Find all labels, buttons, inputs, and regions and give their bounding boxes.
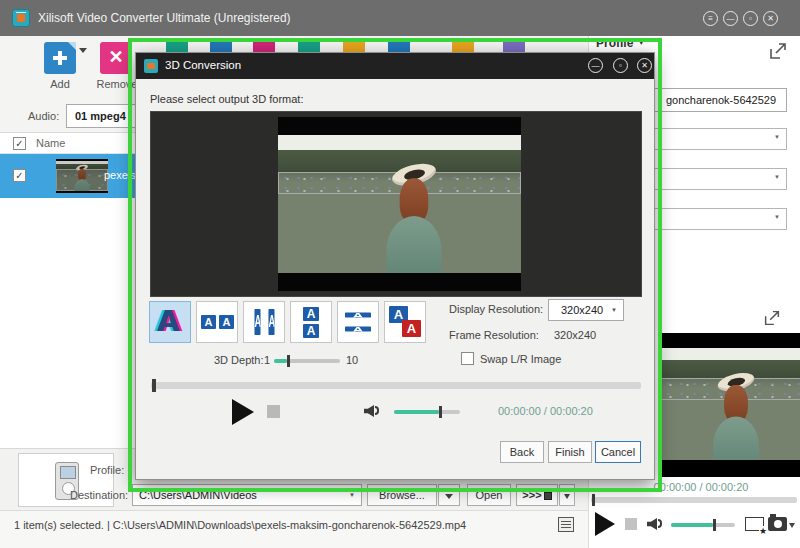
toolbar-icon-top	[503, 40, 525, 52]
dialog-close-button[interactable]: ✕	[637, 58, 652, 73]
dialog-title: 3D Conversion	[165, 59, 241, 71]
back-button[interactable]: Back	[500, 441, 544, 463]
name-column-header[interactable]: Name	[36, 137, 65, 149]
preview-scene	[661, 348, 800, 460]
dialog-time: 00:00:00 / 00:00:20	[498, 405, 593, 417]
minimize-button[interactable]: —	[723, 11, 738, 26]
dialog-maximize-button[interactable]: ▫	[613, 58, 628, 73]
preview-seek-thumb[interactable]	[592, 494, 595, 506]
depth-slider[interactable]	[274, 359, 340, 363]
convert-caret-button[interactable]	[559, 484, 575, 506]
depth-label: 3D Depth:	[214, 354, 264, 366]
dialog-mute-icon[interactable]	[364, 405, 374, 417]
open-button[interactable]: Open	[467, 484, 511, 506]
destination-label: Destination:	[70, 489, 128, 501]
dialog-volume-slider[interactable]	[394, 410, 460, 414]
format-top-bottom-full-button[interactable]	[337, 301, 379, 343]
toolbar-icon-top	[343, 40, 365, 52]
format-side-by-side-half-button[interactable]	[196, 301, 238, 343]
maximize-button[interactable]: ▫	[743, 11, 758, 26]
video-frame	[278, 117, 521, 291]
dialog-play-button[interactable]	[232, 399, 254, 425]
file-thumbnail	[56, 159, 108, 193]
depth-slider-thumb[interactable]	[287, 355, 290, 367]
finish-button[interactable]: Finish	[548, 441, 592, 463]
display-resolution-value: 320x240	[561, 304, 603, 316]
preview-stop-button[interactable]	[625, 518, 637, 530]
preview-speaker-wave	[658, 519, 662, 528]
display-resolution-label: Display Resolution:	[449, 303, 543, 315]
dialog-seekbar[interactable]	[151, 382, 641, 389]
expand-preview-icon[interactable]	[762, 308, 784, 330]
preview-seekbar[interactable]	[591, 497, 797, 503]
snapshot-caret-icon[interactable]	[789, 523, 795, 528]
snapshot-camera-icon[interactable]	[768, 517, 787, 531]
profile-dropdown-label[interactable]: Profile	[596, 36, 644, 50]
app-titlebar: Xilisoft Video Converter Ultimate (Unreg…	[0, 0, 800, 36]
app-window: Xilisoft Video Converter Ultimate (Unreg…	[0, 0, 800, 548]
select-all-checkbox[interactable]: ✓	[13, 137, 26, 150]
profile-label: Profile:	[90, 464, 124, 476]
dialog-titlebar: 3D Conversion — ▫ ✕	[136, 53, 654, 79]
remove-button-label[interactable]: Remove	[94, 78, 140, 90]
format-side-by-side-full-button[interactable]	[243, 301, 285, 343]
status-text: 1 item(s) selected. | C:\Users\ADMIN\Dow…	[14, 519, 466, 531]
toolbar-icon-top	[210, 40, 232, 52]
toolbar-icon-top	[388, 40, 410, 52]
format-top-bottom-half-button[interactable]	[290, 301, 332, 343]
preview-volume-thumb[interactable]	[713, 519, 716, 531]
depth-max: 10	[346, 354, 358, 366]
dialog-stop-button[interactable]	[267, 405, 280, 418]
status-bar: 1 item(s) selected. | C:\Users\ADMIN\Dow…	[0, 510, 588, 548]
add-button-label[interactable]: Add	[44, 78, 76, 90]
audio-label: Audio:	[28, 110, 59, 122]
destination-value: C:\Users\ADMIN\Videos	[139, 489, 257, 501]
dialog-seek-thumb[interactable]	[152, 379, 156, 392]
convert-device-icon	[544, 492, 552, 500]
3d-conversion-dialog: 3D Conversion — ▫ ✕ Please select output…	[135, 52, 655, 480]
remove-icon[interactable]: ✕	[100, 42, 132, 74]
app-icon	[12, 9, 30, 27]
toolbar-icon-top	[452, 40, 474, 52]
display-resolution-select[interactable]: 320x240	[548, 299, 624, 321]
format-anaglyph-button[interactable]: A A A	[149, 301, 191, 343]
dialog-preview-area	[150, 111, 642, 297]
menu-icon[interactable]: ≡	[703, 11, 718, 26]
preview-mute-icon[interactable]	[647, 518, 657, 530]
dialog-speaker-wave	[375, 406, 379, 415]
browse-button[interactable]: Browse...	[367, 484, 437, 506]
frame-resolution-value: 320x240	[554, 329, 596, 341]
queue-list-icon[interactable]	[558, 517, 574, 532]
dialog-prompt: Please select output 3D format:	[150, 93, 303, 105]
format-anaglyph-half-button[interactable]	[384, 301, 426, 343]
dialog-icon	[144, 59, 158, 73]
output-preview	[661, 333, 800, 477]
add-frame-icon[interactable]	[745, 517, 764, 531]
swap-label: Swap L/R Image	[480, 353, 561, 365]
add-fold-decoration	[68, 42, 76, 50]
toolbar-icon-top	[166, 40, 188, 52]
add-caret-icon[interactable]	[79, 48, 87, 53]
row-checkbox[interactable]: ✓	[13, 169, 26, 182]
convert-button[interactable]: >>>	[516, 484, 558, 506]
depth-min: 1	[264, 354, 270, 366]
dialog-volume-thumb[interactable]	[439, 406, 442, 418]
cancel-button[interactable]: Cancel	[595, 441, 641, 463]
app-title: Xilisoft Video Converter Ultimate (Unreg…	[38, 11, 291, 25]
browse-caret-button[interactable]	[438, 484, 460, 506]
expand-icon[interactable]	[767, 40, 789, 62]
dialog-minimize-button[interactable]: —	[588, 58, 603, 73]
toolbar-icon-top	[298, 40, 320, 52]
preview-play-button[interactable]	[595, 512, 615, 536]
destination-select[interactable]: C:\Users\ADMIN\Videos	[132, 484, 362, 506]
preview-volume-slider[interactable]	[671, 523, 735, 527]
toolbar-icon-top	[253, 40, 275, 52]
close-button[interactable]: ✕	[763, 11, 778, 26]
swap-checkbox[interactable]	[461, 352, 474, 365]
frame-resolution-label: Frame Resolution:	[449, 329, 539, 341]
preview-time: 00:00:00 / 00:00:20	[613, 481, 789, 493]
convert-label: >>>	[522, 489, 541, 501]
video-scene	[278, 135, 521, 273]
